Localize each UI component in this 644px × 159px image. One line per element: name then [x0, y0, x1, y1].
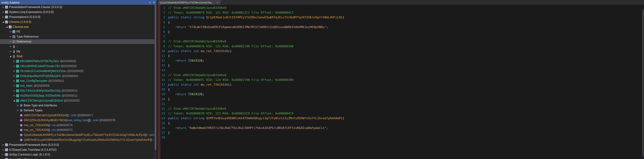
- tree-item[interactable]: DUJo8z1CCsOAxMhMQMCEZ2mu @0200000D: [0, 69, 154, 74]
- class-icon: [16, 94, 19, 97]
- assembly-tree[interactable]: PresentationFramework.Classic (5.0.0.0)S…: [0, 5, 154, 159]
- tree-item-label: mw_ret_72624326() : int @0600007A: [24, 124, 73, 127]
- document-tab[interactable]: Qi1pO36atio8JtISf9PEy1TdZ8kn2anwU3w... ✕: [158, 0, 221, 5]
- code-text: public static string QtMfYe4EGuydXD9Rtnk…: [168, 116, 344, 121]
- module-icon: [9, 26, 12, 29]
- tree-item[interactable]: Chrome (1.0.0.0): [0, 20, 154, 24]
- tree-item[interactable]: References: [0, 39, 154, 44]
- tree-item[interactable]: {}Stub: [0, 54, 154, 59]
- tree-item[interactable]: QtMfYe4EGuydXD9Rtnkk4f5mOm5Bugyi3gYJYyN1…: [0, 137, 154, 142]
- editor-scrollbar-thumb[interactable]: [642, 10, 644, 156]
- tree-item[interactable]: Derived Types: [0, 108, 154, 113]
- tree-item[interactable]: 0i5UM9APNi4xOf7SlCPp7khz @0200000E: [0, 59, 154, 64]
- expand-icon[interactable]: [10, 31, 11, 33]
- tree-item-label: References: [16, 40, 32, 43]
- tree-item-label: Stub: [16, 55, 22, 58]
- tree-item[interactable]: xMdYZXC9eUqHz1pzwB33U0x0 @0200000C: [0, 98, 154, 103]
- glyph-margin: [158, 5, 160, 159]
- tree-item[interactable]: Qi1pO36atio8JtISf9PEy1TdZ8kn2anwU3w6R7qJ…: [0, 133, 154, 137]
- expand-icon[interactable]: [2, 11, 4, 13]
- code-text: // Stub.xMdYZXC9eUqHz1pzwB33U0x0: [168, 39, 226, 44]
- tree-item[interactable]: {}-: [0, 44, 154, 49]
- code-line: 19 return 72624326;: [160, 92, 642, 97]
- expand-icon[interactable]: [2, 144, 4, 146]
- expand-icon[interactable]: [2, 16, 4, 18]
- tree-item-label: ICSharpCode.TreeView (4.2.0.8752): [9, 148, 56, 151]
- expand-icon[interactable]: [2, 149, 4, 150]
- class-icon: [16, 99, 19, 102]
- tree-item-label: -: [16, 45, 18, 48]
- tree-item[interactable]: mw_ConfigDecryptor @02000011: [0, 78, 154, 83]
- code-text: // Token: 0x0600007B RID: 123 RVA: 0x000…: [168, 111, 293, 116]
- tree-item-label: R5LTJHcIJLiKWtyGkw2NcGSp @02000010: [20, 89, 78, 92]
- tree-item[interactable]: xMdYZXC9eUqHz1pzwB33U0x0() : void @06000…: [0, 113, 154, 118]
- collapse-icon[interactable]: [13, 100, 15, 101]
- tree-item[interactable]: XhZMcr5G0Dj3apLXSS0v6V8v @02000012: [0, 93, 154, 98]
- tree-item[interactable]: 5RC3ZDm3UNXtAyd9GlGY9iOr(bool, string, b…: [0, 118, 154, 123]
- code-line: 18{: [160, 87, 642, 92]
- scrollbar-track[interactable]: [154, 5, 157, 159]
- close-icon[interactable]: ✕: [153, 1, 155, 4]
- expand-icon[interactable]: [10, 41, 11, 42]
- line-number: 18: [160, 87, 168, 92]
- tree-item-label: PresentationUI (5.0.0.0): [9, 16, 40, 19]
- class-icon: [16, 79, 19, 82]
- editor-scrollbar-track[interactable]: [642, 10, 644, 159]
- tree-item[interactable]: System.Linq.Expressions (5.0.0.0): [0, 10, 154, 15]
- collapse-icon[interactable]: [6, 26, 8, 28]
- expand-icon[interactable]: [14, 80, 15, 82]
- code-lines: 1// Stub.xMdYZXC9eUqHz1pzwB33U0x02// Tok…: [160, 6, 642, 140]
- expand-icon[interactable]: [14, 95, 15, 96]
- chevron-down-icon[interactable]: ▾: [149, 1, 150, 4]
- tree-item[interactable]: OKxU8HKhfLhdsl6YDxakcT9J @02000009: [0, 64, 154, 69]
- line-number: 9: [160, 44, 168, 49]
- tree-item-label: 5RC3ZDm3UNXtAyd9GlGY9iOr(bool, string, b…: [24, 119, 115, 122]
- code-editor[interactable]: 1// Stub.xMdYZXC9eUqHz1pzwB33U0x02// Tok…: [158, 5, 644, 159]
- tree-item[interactable]: mw_Main @02000008: [0, 83, 154, 88]
- tree-item-label: AsyncClient2.exe: [9, 158, 32, 159]
- expand-icon[interactable]: [10, 46, 11, 47]
- tree-item[interactable]: mw_ret_72624326() : int @0600007C: [0, 128, 154, 133]
- tree-item[interactable]: R5LTJHcIJLiKWtyGkw2NcGSp @02000010: [0, 88, 154, 93]
- tree-item[interactable]: mw_ret_72624326() : int @0600007A: [0, 123, 154, 128]
- expand-icon[interactable]: [2, 7, 4, 8]
- expand-icon[interactable]: [14, 70, 15, 72]
- expand-icon[interactable]: [17, 105, 18, 106]
- expand-icon[interactable]: [2, 154, 4, 155]
- expand-icon[interactable]: [10, 51, 11, 52]
- expand-icon[interactable]: [14, 75, 15, 77]
- tree-item[interactable]: DX8u8Jpx0NxHXPQi5S8yQAYi @0200000A: [0, 74, 154, 78]
- tree-item[interactable]: PresentationFramework.Aero (5.0.0.0): [0, 142, 154, 147]
- expand-icon[interactable]: [14, 85, 15, 87]
- line-number: 4: [160, 20, 168, 25]
- tab-close-icon[interactable]: ✕: [216, 1, 218, 4]
- collapse-icon[interactable]: [2, 21, 4, 23]
- code-text: // Stub.xMdYZXC9eUqHz1pzwB33U0x0: [168, 106, 226, 111]
- expand-icon[interactable]: [14, 90, 15, 91]
- expand-icon[interactable]: [14, 65, 15, 67]
- tree-item[interactable]: dnSpy.Contracts.Logic (6.1.8.0): [0, 152, 154, 157]
- scrollbar-thumb[interactable]: [155, 5, 156, 150]
- derived-icon: [20, 109, 22, 112]
- tree-item[interactable]: ICSharpCode.TreeView (4.2.0.8752): [0, 147, 154, 152]
- code-line: 13}: [160, 63, 642, 68]
- assembly-icon: [5, 148, 8, 151]
- code-line: 26 return "6qNxhBmaU7HR3Trx7QLXbA7fSnJ6u…: [160, 126, 642, 130]
- tree-item[interactable]: PresentationFramework.Classic (5.0.0.0): [0, 5, 154, 10]
- tree-item[interactable]: PE: [0, 29, 154, 34]
- tree-item[interactable]: Base Type and Interfaces: [0, 103, 154, 108]
- tree-item[interactable]: Chrome.exe: [0, 24, 154, 29]
- expand-icon[interactable]: [17, 110, 18, 111]
- method-icon: [20, 119, 23, 122]
- code-line: 10public static int mw_ret_72624326(): [160, 49, 642, 54]
- tree-item-label: PresentationFramework.Aero (5.0.0.0): [9, 143, 59, 146]
- tree-item-label: mw_Main @02000008: [20, 84, 50, 87]
- panel-header: embly Explorer ▾ ✕: [0, 0, 157, 5]
- tree-item[interactable]: AsyncClient2.exe: [0, 157, 154, 159]
- expand-icon[interactable]: [14, 61, 15, 62]
- tree-item[interactable]: {}My: [0, 49, 154, 54]
- expand-icon[interactable]: [10, 36, 11, 37]
- tree-item[interactable]: PresentationUI (5.0.0.0): [0, 15, 154, 20]
- collapse-icon[interactable]: [10, 56, 11, 57]
- tree-item[interactable]: Type References: [0, 34, 154, 39]
